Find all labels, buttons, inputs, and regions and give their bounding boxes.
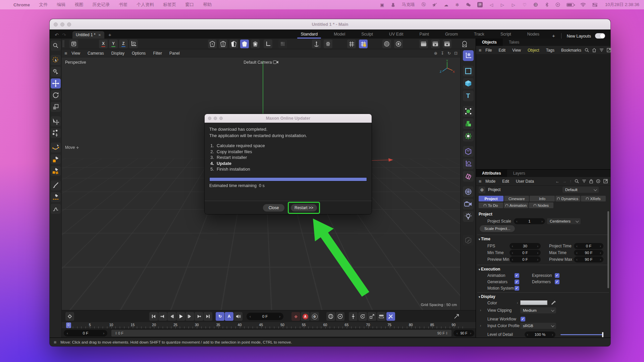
coordinate-system-button[interactable] bbox=[129, 40, 138, 48]
cube-primitive-button[interactable] bbox=[463, 78, 474, 89]
transform-tool-button[interactable] bbox=[51, 116, 61, 126]
viewport-hamburger-icon[interactable]: ≡ bbox=[64, 51, 67, 56]
attributes-menu-edit[interactable]: Edit bbox=[499, 179, 513, 184]
objects-popout-icon[interactable] bbox=[607, 48, 611, 52]
animation-mode-button[interactable] bbox=[251, 40, 260, 48]
objects-menu-tags[interactable]: Tags bbox=[543, 48, 558, 53]
tweak-tool-button[interactable] bbox=[51, 67, 61, 77]
status-hamburger-icon[interactable]: ≡ bbox=[54, 340, 56, 345]
spline-smooth-tool-button[interactable] bbox=[51, 204, 61, 214]
attr-filter-icon[interactable] bbox=[582, 179, 586, 183]
layout-tab-paint[interactable]: Paint bbox=[411, 29, 437, 39]
eyedropper-icon[interactable] bbox=[551, 300, 556, 305]
material-manager-button[interactable] bbox=[460, 40, 469, 48]
tab-takes[interactable]: Takes bbox=[503, 39, 525, 46]
attr-target-icon[interactable] bbox=[596, 179, 600, 183]
range-end-field[interactable]: 90 F bbox=[453, 330, 474, 337]
add-object-button[interactable] bbox=[463, 50, 474, 61]
media-play-icon[interactable]: ▷ bbox=[500, 2, 505, 7]
linear-workflow-checkbox[interactable] bbox=[521, 317, 525, 321]
sketch-pen-tool-button[interactable] bbox=[51, 154, 61, 164]
objects-menu-bookmarks[interactable]: Bookmarks bbox=[558, 48, 585, 53]
media-prev-icon[interactable]: ◁ bbox=[489, 2, 494, 7]
project-scale-stepper[interactable]: 1 bbox=[514, 218, 545, 224]
previous-key-button[interactable] bbox=[158, 312, 167, 321]
color-expand-icon[interactable]: › bbox=[517, 301, 518, 305]
viewport-menu-display[interactable]: Display bbox=[108, 51, 128, 56]
restart-button[interactable]: Restart >> bbox=[291, 204, 317, 212]
scale-project-button[interactable]: Scale Project... bbox=[480, 225, 515, 232]
fps-stepper[interactable]: 30 bbox=[509, 243, 541, 249]
mograph-button[interactable] bbox=[463, 171, 474, 182]
array-generator-button[interactable] bbox=[463, 118, 474, 129]
menubar-item-4[interactable]: 历史记录 bbox=[92, 2, 110, 8]
viewport-menu-cameras[interactable]: Cameras bbox=[84, 51, 108, 56]
spline-pen-tool-button[interactable] bbox=[51, 142, 61, 153]
layout-tab-model[interactable]: Model bbox=[326, 29, 353, 39]
text-object-button[interactable]: T bbox=[463, 90, 474, 101]
current-frame-field[interactable]: 0 F bbox=[247, 313, 283, 320]
new-layouts-label[interactable]: New Layouts bbox=[563, 34, 595, 39]
model-mode-button[interactable] bbox=[219, 40, 227, 48]
keying-settings-button[interactable]: ⚙ bbox=[310, 312, 319, 321]
tab-layers[interactable]: Layers bbox=[507, 170, 531, 177]
render-view-button[interactable] bbox=[419, 40, 428, 48]
view-history-back-button[interactable] bbox=[312, 40, 321, 48]
input-method-badge[interactable]: 拼 bbox=[477, 2, 483, 7]
multi-axis-move-tool-button[interactable] bbox=[51, 128, 61, 138]
fan-app-icon[interactable]: ✻ bbox=[455, 2, 460, 7]
close-tab-icon[interactable]: ✕ bbox=[98, 33, 101, 37]
menubar-item-0[interactable]: Chrome bbox=[13, 2, 30, 7]
viewport-history-icon[interactable]: ↻ bbox=[447, 51, 451, 56]
autokey-button[interactable]: A bbox=[301, 312, 310, 321]
viewport-menu-filter[interactable]: Filter bbox=[149, 51, 166, 56]
range-right-grip-icon[interactable]: ‖ bbox=[446, 331, 447, 335]
next-key-button[interactable] bbox=[195, 312, 203, 321]
viewport-menu-view[interactable]: View bbox=[68, 51, 84, 56]
zoom-tool-button[interactable] bbox=[51, 41, 61, 51]
menu-clock[interactable]: 10月28日 2:38:36 bbox=[605, 2, 639, 8]
record-parameter-button[interactable] bbox=[336, 312, 344, 321]
record-position-scope-button[interactable] bbox=[326, 312, 335, 321]
notion-icon[interactable]: Ⓝ bbox=[421, 2, 426, 7]
keyframe-diamond-button[interactable] bbox=[65, 312, 74, 321]
deformer-button[interactable] bbox=[463, 146, 474, 157]
browser-app-icon[interactable] bbox=[533, 2, 538, 7]
min-time-stepper[interactable]: 0 F bbox=[509, 250, 541, 256]
new-layouts-toggle[interactable] bbox=[595, 33, 605, 39]
level-of-detail-slider-thumb[interactable] bbox=[602, 332, 603, 337]
camera-object-button[interactable] bbox=[463, 199, 474, 209]
generator-gear-button[interactable] bbox=[463, 131, 474, 141]
attr-up-icon[interactable]: ↑ bbox=[570, 179, 572, 184]
axis-mode-button[interactable] bbox=[264, 40, 272, 48]
unit-dropdown[interactable]: Centimeters bbox=[547, 218, 581, 224]
redo-icon[interactable]: ↷ bbox=[60, 32, 68, 39]
preset-dropdown[interactable]: Default bbox=[562, 187, 599, 193]
lock-grid-button[interactable] bbox=[359, 40, 368, 48]
autokey-range-button[interactable]: A bbox=[225, 312, 233, 321]
attr-back-icon[interactable]: ← bbox=[555, 179, 559, 184]
objects-menu-view[interactable]: View bbox=[509, 48, 524, 53]
menubar-item-5[interactable]: 书签 bbox=[119, 2, 127, 8]
layout-tab-groom[interactable]: Groom bbox=[437, 29, 466, 39]
viewport-menu-options[interactable]: Options bbox=[128, 51, 149, 56]
heart-icon[interactable]: ♡ bbox=[522, 2, 527, 7]
sound-button[interactable] bbox=[234, 312, 243, 321]
layout-tab-standard[interactable]: Standard bbox=[292, 29, 326, 39]
attributes-menu-mode[interactable]: Mode bbox=[482, 179, 499, 184]
menubar-item-6[interactable]: 个人资料 bbox=[137, 2, 154, 8]
line-pen-tool-button[interactable] bbox=[51, 192, 61, 202]
play-button[interactable] bbox=[176, 312, 185, 321]
go-to-start-button[interactable] bbox=[149, 312, 158, 321]
attribute-tab-dynamics[interactable]: Dynamics bbox=[555, 196, 580, 201]
texture-mode-button[interactable] bbox=[229, 40, 238, 48]
key-position-button[interactable] bbox=[349, 312, 358, 321]
motion-system-checkbox[interactable] bbox=[515, 286, 519, 291]
workplane-snap-button[interactable] bbox=[278, 40, 287, 48]
objects-search-icon[interactable] bbox=[585, 48, 589, 52]
wifi-icon[interactable] bbox=[580, 2, 586, 7]
polygon-pen-tool-button[interactable] bbox=[51, 166, 61, 176]
null-axis-button[interactable] bbox=[463, 159, 474, 169]
make-editable-button[interactable] bbox=[208, 40, 217, 48]
z-axis-lock-button[interactable]: Z bbox=[119, 40, 128, 48]
